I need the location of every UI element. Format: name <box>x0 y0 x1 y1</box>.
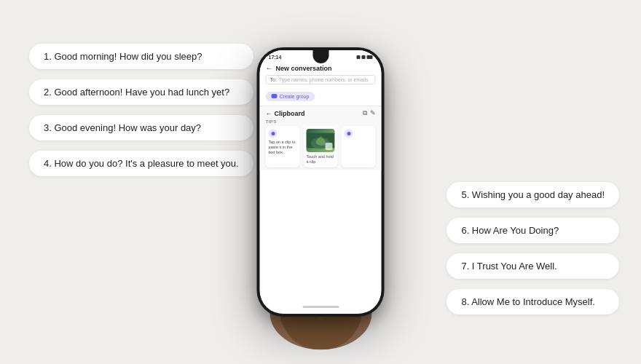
group-icon <box>272 94 278 98</box>
conv-title: New conversation <box>276 65 332 72</box>
new-conversation-section: ← New conversation To: Type names, phone… <box>260 61 382 106</box>
clipboard-title: Clipboard <box>275 110 305 117</box>
tips-row: Tap on a clip to paste it in the text bo… <box>266 126 376 167</box>
to-field[interactable]: To: Type names, phone numbers, or emails <box>266 75 376 84</box>
right-suggestions: 5. Wishing you a good day ahead! 6. How … <box>447 182 619 314</box>
to-label: To: <box>270 77 277 82</box>
status-icons <box>357 55 373 59</box>
clipboard-back-icon[interactable]: ← <box>266 110 272 117</box>
tip-dot-3 <box>347 132 350 135</box>
tip-icon-1 <box>269 129 278 138</box>
edit-icon[interactable]: ✎ <box>370 109 376 117</box>
main-scene: 1. Good morning! How did you sleep? 2. G… <box>0 0 641 364</box>
clipboard-action-icons: ⧉ ✎ <box>363 109 376 117</box>
suggestion-7[interactable]: 7. I Trust You Are Well. <box>447 253 619 279</box>
phone-screen: 17:14 ← New conversation To: T <box>260 50 382 314</box>
suggestion-6[interactable]: 6. How Are You Doing? <box>447 218 619 243</box>
home-bar <box>302 306 339 308</box>
tip-item-3 <box>342 126 376 167</box>
back-icon[interactable]: ← <box>266 64 273 72</box>
tip-image-thumbnail <box>307 129 335 152</box>
create-group-label: Create group <box>280 94 310 99</box>
battery-icon <box>367 55 373 59</box>
smartphone: 17:14 ← New conversation To: T <box>257 47 385 317</box>
tip-item-1: Tap on a clip to paste it in the text bo… <box>266 126 300 167</box>
tip-icon-3 <box>345 129 353 138</box>
status-time: 17:14 <box>269 55 282 60</box>
tip-text-1: Tap on a clip to paste it in the text bo… <box>269 140 297 155</box>
tips-label: TIPS <box>266 119 376 124</box>
copy-icon[interactable]: ⧉ <box>363 109 367 117</box>
signal-icon <box>357 55 361 59</box>
clipboard-section: ← Clipboard ⧉ ✎ TIPS <box>260 106 382 170</box>
wifi-icon <box>362 55 366 59</box>
tip-text-2: Touch and hold a clip <box>307 154 335 165</box>
clipboard-title-row: ← Clipboard <box>266 110 305 117</box>
suggestion-5[interactable]: 5. Wishing you a good day ahead! <box>447 182 619 207</box>
suggestion-8[interactable]: 8. Allow Me to Introduce Myself. <box>447 289 619 314</box>
to-input-placeholder: Type names, phone numbers, or emails <box>279 77 369 82</box>
conv-header: ← New conversation <box>266 64 376 72</box>
clipboard-header: ← Clipboard ⧉ ✎ <box>266 109 376 117</box>
phone-display: 17:14 ← New conversation To: T <box>257 47 385 317</box>
tip-item-2: Touch and hold a clip <box>304 126 338 167</box>
create-group-button[interactable]: Create group <box>266 92 315 101</box>
status-bar: 17:14 <box>260 50 382 61</box>
tip-dot-1 <box>271 132 275 135</box>
